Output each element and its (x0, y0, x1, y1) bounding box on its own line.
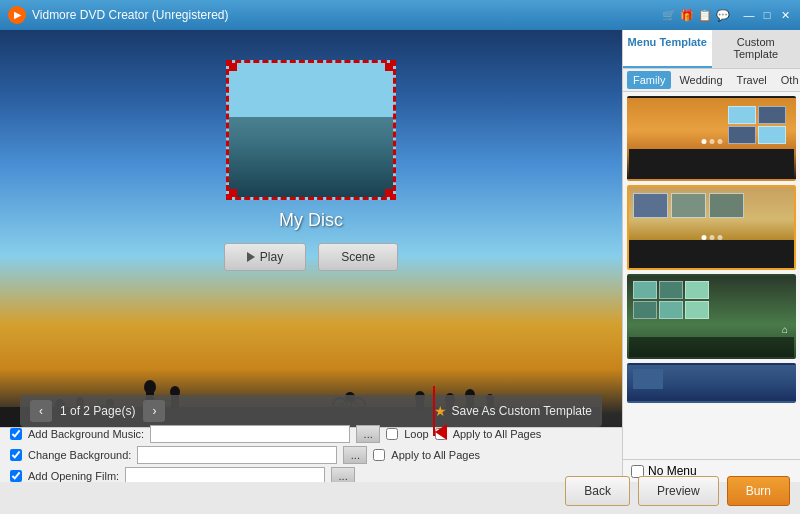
template-3-bar (629, 337, 794, 357)
back-button[interactable]: Back (565, 476, 630, 506)
corner-tr (385, 61, 395, 71)
template-1-silhouette (629, 149, 794, 179)
bg-music-row: Add Background Music: ... Loop Apply to … (10, 425, 612, 443)
bg-music-label: Add Background Music: (28, 428, 144, 440)
t3-2 (659, 281, 683, 299)
page-nav: ‹ 1 of 2 Page(s) › ★ Save As Custom Temp… (20, 395, 602, 427)
apply-all-2-checkbox[interactable] (373, 449, 385, 461)
dvd-preview-frame (226, 60, 396, 200)
thumb-3 (728, 126, 756, 144)
template-1-dots (701, 139, 722, 144)
category-tabs: Family Wedding Travel Oth ▶ (623, 69, 800, 92)
tab-menu-template[interactable]: Menu Template (623, 30, 712, 68)
thumb-1 (728, 106, 756, 124)
t3-4 (633, 301, 657, 319)
corner-tl (227, 61, 237, 71)
template-tabs: Menu Template Custom Template (623, 30, 800, 69)
t3-1 (633, 281, 657, 299)
win-max[interactable]: □ (760, 8, 774, 22)
main-area: My Disc Play Scene (0, 30, 800, 482)
minimize-button[interactable]: 🛒 (662, 8, 676, 22)
play-button[interactable]: Play (224, 243, 306, 271)
red-arrow-indicator (435, 424, 447, 440)
right-panel: Menu Template Custom Template Family Wed… (622, 30, 800, 482)
bg-music-input[interactable] (150, 425, 350, 443)
prev-page-button[interactable]: ‹ (30, 400, 52, 422)
photo-3 (709, 193, 744, 218)
app-title: Vidmore DVD Creator (Unregistered) (32, 8, 662, 22)
disc-title: My Disc (279, 210, 343, 231)
icon3[interactable]: 📋 (698, 8, 712, 22)
preview-buttons: Play Scene (224, 243, 398, 271)
apply-all-1-label: Apply to All Pages (453, 428, 542, 440)
star-icon: ★ (434, 403, 447, 419)
template-item-1[interactable] (627, 96, 796, 181)
template-2-silhouette (629, 240, 794, 268)
corner-bl (227, 189, 237, 199)
cat-family[interactable]: Family (627, 71, 671, 89)
win-close[interactable]: ✕ (778, 8, 792, 22)
bg-music-checkbox[interactable] (10, 428, 22, 440)
app-logo: ▶ (8, 6, 26, 24)
save-template-button[interactable]: ★ Save As Custom Template (434, 403, 592, 419)
options-bar: Add Background Music: ... Loop Apply to … (0, 427, 622, 482)
change-bg-row: Change Background: ... Apply to All Page… (10, 446, 612, 464)
title-bar: ▶ Vidmore DVD Creator (Unregistered) 🛒 🎁… (0, 0, 800, 30)
window-controls[interactable]: 🛒 🎁 📋 💬 — □ ✕ (662, 8, 792, 22)
t3-5 (659, 301, 683, 319)
change-bg-input[interactable] (137, 446, 337, 464)
t4-thumb (633, 369, 663, 389)
loop-checkbox[interactable] (386, 428, 398, 440)
scene-button[interactable]: Scene (318, 243, 398, 271)
opening-film-label: Add Opening Film: (28, 470, 119, 482)
template-item-3[interactable]: ⌂ (627, 274, 796, 359)
action-buttons: Back Preview Burn (565, 476, 790, 506)
page-info: 1 of 2 Page(s) (60, 404, 135, 418)
thumb-4 (758, 126, 786, 144)
corner-br (385, 189, 395, 199)
loop-label: Loop (404, 428, 428, 440)
burn-button[interactable]: Burn (727, 476, 790, 506)
opening-film-row: Add Opening Film: ... (10, 467, 612, 482)
photo-2 (671, 193, 706, 218)
play-icon (247, 252, 255, 262)
tab-custom-template[interactable]: Custom Template (712, 30, 801, 68)
template-1-grid (728, 106, 786, 144)
change-bg-checkbox[interactable] (10, 449, 22, 461)
change-bg-browse[interactable]: ... (343, 446, 367, 464)
opening-film-input[interactable] (125, 467, 325, 482)
template-item-2[interactable] (627, 185, 796, 270)
next-page-button[interactable]: › (143, 400, 165, 422)
t3-6 (685, 301, 709, 319)
bg-music-browse[interactable]: ... (356, 425, 380, 443)
change-bg-label: Change Background: (28, 449, 131, 461)
preview-area: My Disc Play Scene (0, 30, 622, 482)
photo-1 (633, 193, 668, 218)
t3-3 (685, 281, 709, 299)
thumb-2 (758, 106, 786, 124)
template-list: ⌂ (623, 92, 800, 459)
template-3-grid (633, 281, 709, 319)
icon2[interactable]: 🎁 (680, 8, 694, 22)
preview-image (229, 63, 393, 197)
cat-travel[interactable]: Travel (731, 71, 773, 89)
cat-other[interactable]: Oth (775, 71, 800, 89)
dvd-preview-wrapper (226, 60, 396, 200)
cat-wedding[interactable]: Wedding (673, 71, 728, 89)
win-min[interactable]: — (742, 8, 756, 22)
template-3-icon: ⌂ (782, 324, 788, 335)
template-item-4[interactable] (627, 363, 796, 403)
opening-film-browse[interactable]: ... (331, 467, 355, 482)
apply-all-2-label: Apply to All Pages (391, 449, 480, 461)
opening-film-checkbox[interactable] (10, 470, 22, 482)
icon4[interactable]: 💬 (716, 8, 730, 22)
template-2-photos (633, 193, 744, 218)
preview-button[interactable]: Preview (638, 476, 719, 506)
